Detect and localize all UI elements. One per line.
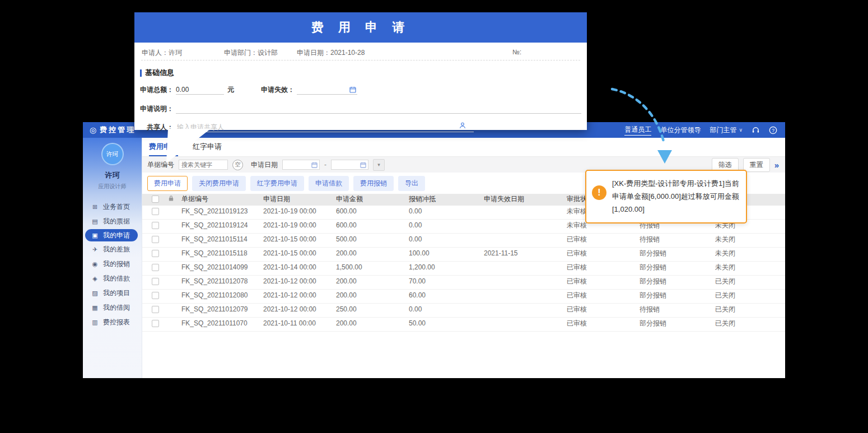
- sidebar-item-label: 我的差旅: [103, 245, 130, 254]
- select-all-checkbox[interactable]: [152, 195, 159, 203]
- cell-doc-no: FK_SQ_20211015118: [181, 249, 263, 257]
- sidebar: 许珂 许珂 应用设计师 ⊞业务首页 ▤我的票据 ▣我的申请 ✈我的差旅 ◉我的报…: [83, 138, 142, 378]
- sidebar-item-my-applications[interactable]: ▣我的申请: [85, 229, 138, 241]
- table-row[interactable]: FK_SQ_20211012079 2021-10-12 00:00 250.0…: [142, 304, 785, 318]
- cell-doc-no: FK_SQ_20211019123: [181, 207, 263, 215]
- red-expense-apply-button[interactable]: 红字费用申请: [250, 176, 304, 191]
- sidebar-item-label: 费控报表: [103, 318, 130, 327]
- topbar-right: 普通员工 单位分管领导 部门主管 ∨ ?: [624, 125, 777, 136]
- date-to-input[interactable]: [331, 160, 368, 170]
- row-checkbox[interactable]: [152, 278, 159, 285]
- cell-amount: 200.00: [336, 291, 409, 299]
- reset-button[interactable]: 重置: [743, 158, 770, 172]
- row-checkbox[interactable]: [152, 208, 159, 215]
- row-checkbox[interactable]: [152, 250, 159, 257]
- header-doc-no: 单据编号: [181, 194, 263, 204]
- cell-approve-status: 已审核: [567, 291, 640, 300]
- report-icon: ▥: [91, 319, 99, 326]
- cell-doc-no: FK_SQ_20211019124: [181, 221, 263, 229]
- section-title-text: 基础信息: [145, 68, 174, 78]
- role-link-employee[interactable]: 普通员工: [624, 125, 651, 136]
- apply-date-info: 申请日期：2021-10-28: [297, 48, 365, 58]
- modal-info-row: 申请人：许珂 申请部门：设计部 申请日期：2021-10-28 №:: [141, 43, 580, 60]
- role-link-dept-manager[interactable]: 部门主管 ∨: [710, 125, 743, 135]
- table-row[interactable]: FK_SQ_20211012078 2021-10-12 00:00 200.0…: [142, 276, 785, 290]
- table-row[interactable]: FK_SQ_20211015118 2021-10-15 00:00 200.0…: [142, 248, 785, 262]
- warning-text: [XK-费用类型-设计部专用-设计费1]当前申请单金额[6,000.00]超过释…: [612, 178, 739, 216]
- tab-bar: 费用申请 红字申请: [142, 138, 785, 157]
- expense-reimburse-button[interactable]: 费用报销: [353, 176, 394, 191]
- sidebar-item-my-travel[interactable]: ✈我的差旅: [83, 242, 142, 257]
- cell-reimburse-status: 部分报销: [640, 319, 715, 328]
- airplane-icon: ✈: [91, 246, 99, 253]
- date-dropdown-button[interactable]: ▾: [373, 159, 385, 171]
- person-picker-icon[interactable]: [459, 122, 466, 131]
- sidebar-item-my-loans[interactable]: ◈我的借款: [83, 271, 142, 286]
- table-row[interactable]: FK_SQ_20211012080 2021-10-12 00:00 200.0…: [142, 290, 785, 304]
- cell-apply-date: 2021-10-12 00:00: [263, 305, 336, 313]
- row-checkbox[interactable]: [152, 222, 159, 229]
- cell-offset: 50.00: [409, 319, 484, 327]
- cell-apply-date: 2021-10-12 00:00: [263, 277, 336, 285]
- table-row[interactable]: FK_SQ_20211014099 2021-10-14 00:00 1,500…: [142, 262, 785, 276]
- row-checkbox[interactable]: [152, 236, 159, 243]
- calendar-icon: [360, 162, 366, 168]
- project-icon: ▨: [91, 290, 99, 297]
- expand-columns-button[interactable]: »: [774, 160, 778, 170]
- cell-doc-no: FK_SQ_20211012078: [181, 277, 263, 285]
- row-checkbox[interactable]: [152, 320, 159, 327]
- cell-apply-date: 2021-10-19 00:00: [263, 207, 336, 215]
- row-checkbox[interactable]: [152, 306, 159, 313]
- sidebar-item-label: 我的申请: [103, 231, 130, 240]
- lock-icon: [168, 195, 181, 203]
- expire-date-input[interactable]: [297, 85, 357, 95]
- role-link-unit-leader[interactable]: 单位分管领导: [660, 125, 701, 135]
- home-grid-icon: ⊞: [91, 203, 99, 211]
- row-checkbox[interactable]: [152, 292, 159, 299]
- cell-approve-status: 已审核: [567, 305, 640, 314]
- reimburse-icon: ◉: [91, 260, 99, 268]
- cell-apply-date: 2021-10-19 00:00: [263, 221, 336, 229]
- table-row[interactable]: FK_SQ_20211011070 2021-10-11 00:00 200.0…: [142, 318, 785, 332]
- sidebar-item-label: 我的票据: [103, 217, 130, 226]
- calendar-icon: [349, 86, 356, 93]
- cell-amount: 600.00: [336, 207, 409, 215]
- apply-loan-button[interactable]: 申请借款: [309, 176, 349, 191]
- cell-close-status: 未关闭: [715, 263, 785, 272]
- close-expense-apply-button[interactable]: 关闭费用申请: [192, 176, 246, 191]
- expense-apply-button[interactable]: 费用申请: [147, 176, 188, 191]
- cell-doc-no: FK_SQ_20211012080: [181, 291, 263, 299]
- export-button[interactable]: 导出: [398, 176, 425, 191]
- date-from-input[interactable]: [282, 160, 320, 170]
- sidebar-item-my-borrowed[interactable]: ▦我的借阅: [83, 300, 142, 315]
- row-checkbox[interactable]: [152, 264, 159, 271]
- user-name: 许珂: [83, 170, 142, 180]
- empty-filter-button[interactable]: 空: [232, 160, 243, 170]
- table-row[interactable]: FK_SQ_20211015114 2021-10-15 00:00 500.0…: [142, 234, 785, 248]
- sidebar-item-my-projects[interactable]: ▨我的项目: [83, 286, 142, 300]
- cell-approve-status: 已审核: [567, 319, 640, 328]
- headset-icon[interactable]: [752, 126, 760, 134]
- share-input[interactable]: [176, 123, 474, 132]
- sidebar-item-my-invoices[interactable]: ▤我的票据: [83, 214, 142, 229]
- sidebar-item-label: 业务首页: [103, 202, 130, 212]
- sidebar-item-expense-reports[interactable]: ▥费控报表: [83, 315, 142, 329]
- avatar[interactable]: 许珂: [101, 143, 124, 165]
- help-icon[interactable]: ?: [769, 126, 777, 134]
- cell-close-status: 未关闭: [715, 249, 785, 258]
- description-label: 申请说明：: [140, 104, 174, 114]
- sidebar-item-label: 我的借款: [103, 274, 130, 283]
- total-amount-input[interactable]: 0.00: [176, 85, 224, 95]
- description-input[interactable]: [176, 104, 581, 114]
- sidebar-item-business-home[interactable]: ⊞业务首页: [83, 199, 142, 214]
- basic-info-section-title: 基础信息: [140, 68, 587, 78]
- sidebar-item-label: 我的报销: [103, 259, 130, 269]
- cell-amount: 200.00: [336, 249, 409, 257]
- currency-unit-label: 元: [227, 85, 234, 95]
- calendar-icon: [311, 162, 318, 168]
- cell-approve-status: 已审核: [567, 263, 640, 272]
- cell-offset: 70.00: [409, 277, 484, 285]
- sidebar-item-my-reimbursements[interactable]: ◉我的报销: [83, 257, 142, 271]
- chevron-down-icon: ∨: [739, 127, 743, 133]
- cell-reimburse-status: 部分报销: [640, 249, 715, 258]
